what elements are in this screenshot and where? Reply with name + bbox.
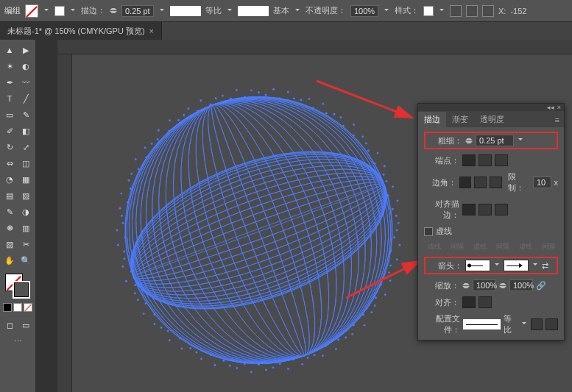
corner-round[interactable] bbox=[474, 177, 487, 188]
arrow-end-dd[interactable] bbox=[532, 262, 539, 269]
arrow-end[interactable] bbox=[504, 260, 529, 271]
arrow-align-tip[interactable] bbox=[462, 296, 476, 308]
scale-tool[interactable]: ⤢ bbox=[18, 140, 33, 154]
svg-point-179 bbox=[387, 195, 389, 197]
align-icon[interactable] bbox=[450, 5, 462, 17]
limit-input[interactable]: 10 bbox=[533, 177, 551, 188]
tab-gradient[interactable]: 渐变 bbox=[446, 112, 474, 127]
more-icon[interactable] bbox=[482, 5, 494, 17]
eyedropper-tool[interactable]: ✎ bbox=[2, 204, 17, 219]
profile-dd[interactable] bbox=[521, 321, 528, 328]
fill-dropdown[interactable] bbox=[43, 7, 50, 15]
svg-point-94 bbox=[258, 363, 260, 366]
color-mode[interactable] bbox=[3, 303, 12, 312]
stroke-weight-stepper[interactable] bbox=[110, 5, 117, 17]
pen-tool[interactable]: ✒ bbox=[2, 75, 17, 90]
scale-b-stepper[interactable] bbox=[499, 279, 506, 291]
cap-round[interactable] bbox=[479, 154, 492, 166]
arrow-start-dd[interactable] bbox=[493, 262, 501, 269]
direct-selection-tool[interactable]: ▶ bbox=[18, 43, 33, 57]
gradient-tool[interactable]: ▨ bbox=[18, 188, 33, 203]
slice-tool[interactable]: ✂ bbox=[18, 237, 33, 252]
lasso-tool[interactable]: ◐ bbox=[18, 59, 33, 74]
scale-a-stepper[interactable] bbox=[462, 279, 470, 291]
tab-transparency[interactable]: 透明度 bbox=[474, 112, 510, 127]
change-screen[interactable]: ▭ bbox=[18, 318, 33, 332]
profile-select[interactable] bbox=[463, 319, 501, 329]
mesh-tool[interactable]: ▤ bbox=[2, 188, 17, 203]
edit-toolbar[interactable]: ⋯ bbox=[10, 334, 25, 349]
screen-mode[interactable]: ◻ bbox=[2, 318, 17, 332]
artboard-tool[interactable]: ▧ bbox=[2, 237, 17, 252]
dashed-checkbox[interactable] bbox=[424, 227, 433, 236]
tab-stroke[interactable]: 描边 bbox=[418, 112, 446, 127]
fill-stroke-control[interactable] bbox=[5, 274, 30, 299]
corner-miter[interactable] bbox=[459, 177, 472, 188]
curvature-tool[interactable]: 〰 bbox=[18, 75, 33, 90]
align-center[interactable] bbox=[462, 204, 476, 215]
weight-input[interactable]: 0.25 pt bbox=[476, 135, 514, 146]
selection-tool[interactable]: ▲ bbox=[2, 43, 17, 57]
opacity-dd[interactable] bbox=[383, 7, 390, 15]
type-tool[interactable]: T bbox=[2, 91, 17, 106]
align-outside[interactable] bbox=[495, 204, 508, 215]
x-value[interactable]: -152 bbox=[510, 7, 526, 15]
rectangle-tool[interactable]: ▭ bbox=[2, 107, 17, 122]
arrow-start[interactable] bbox=[465, 260, 490, 271]
stroke-weight-dd[interactable] bbox=[158, 7, 166, 15]
profile-preview[interactable] bbox=[170, 6, 201, 16]
stroke-weight-input[interactable]: 0.25 pt bbox=[121, 5, 154, 17]
ruler-horizontal[interactable] bbox=[57, 40, 572, 54]
paintbrush-tool[interactable]: ✎ bbox=[18, 107, 33, 122]
ratio-dd[interactable] bbox=[226, 7, 233, 15]
style-dd[interactable] bbox=[438, 7, 445, 15]
panel-menu-icon[interactable]: ≡ bbox=[551, 113, 564, 127]
free-transform-tool[interactable]: ◫ bbox=[18, 156, 33, 171]
shaper-tool[interactable]: ✐ bbox=[2, 124, 17, 138]
none-mode[interactable] bbox=[24, 303, 32, 312]
stroke-color[interactable] bbox=[13, 281, 30, 299]
rotate-tool[interactable]: ↻ bbox=[2, 140, 17, 154]
blend-tool[interactable]: ◑ bbox=[18, 204, 33, 219]
perspective-tool[interactable]: ▦ bbox=[18, 172, 33, 187]
weight-stepper[interactable] bbox=[465, 135, 473, 146]
cap-butt[interactable] bbox=[462, 154, 476, 166]
eraser-tool[interactable]: ◧ bbox=[18, 124, 33, 138]
svg-point-111 bbox=[153, 313, 155, 316]
weight-dd[interactable] bbox=[517, 137, 524, 144]
svg-point-116 bbox=[134, 284, 136, 286]
brush-preview[interactable] bbox=[238, 6, 269, 16]
corner-bevel[interactable] bbox=[490, 177, 502, 188]
gradient-mode[interactable] bbox=[13, 303, 22, 312]
cap-square[interactable] bbox=[495, 154, 508, 166]
stroke-swatch[interactable] bbox=[54, 6, 65, 16]
close-icon[interactable]: × bbox=[149, 26, 154, 35]
link-scale-icon[interactable]: 🔗 bbox=[536, 281, 546, 291]
basic-dd[interactable] bbox=[294, 7, 301, 15]
transform-icon[interactable] bbox=[466, 5, 478, 17]
ruler-vertical[interactable] bbox=[57, 54, 72, 392]
style-swatch[interactable] bbox=[423, 6, 434, 16]
magic-wand-tool[interactable]: ✶ bbox=[2, 59, 17, 74]
hand-tool[interactable]: ✋ bbox=[2, 253, 17, 268]
flip-v-icon[interactable] bbox=[545, 318, 558, 330]
symbol-sprayer-tool[interactable]: ❋ bbox=[2, 221, 17, 235]
document-tab[interactable]: 未标题-1* @ 150% (CMYK/GPU 预览) × bbox=[0, 22, 162, 40]
opacity-input[interactable]: 100% bbox=[350, 5, 378, 17]
align-inside[interactable] bbox=[479, 204, 492, 215]
fill-swatch[interactable] bbox=[25, 4, 38, 18]
stroke-dropdown[interactable] bbox=[69, 7, 77, 15]
width-tool[interactable]: ⇔ bbox=[2, 156, 17, 171]
line-tool[interactable]: ╱ bbox=[18, 91, 33, 106]
scale-b-input[interactable]: 100% bbox=[509, 279, 533, 291]
close-panel-icon[interactable]: × bbox=[557, 104, 561, 111]
graph-tool[interactable]: ▥ bbox=[18, 221, 33, 235]
shape-builder-tool[interactable]: ◔ bbox=[2, 172, 17, 187]
collapse-icon[interactable]: ◂◂ bbox=[547, 104, 554, 111]
swap-arrows-icon[interactable]: ⇄ bbox=[542, 261, 548, 271]
svg-point-113 bbox=[145, 302, 147, 304]
zoom-tool[interactable]: 🔍 bbox=[18, 253, 33, 268]
scale-a-input[interactable]: 100% bbox=[473, 279, 496, 291]
flip-h-icon[interactable] bbox=[531, 318, 543, 330]
arrow-align-end[interactable] bbox=[479, 296, 492, 308]
